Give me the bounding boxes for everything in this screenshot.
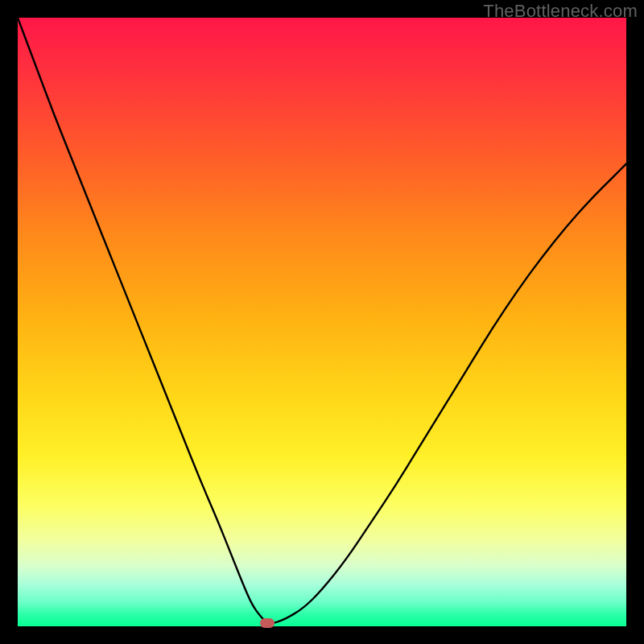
plot-area <box>18 18 626 626</box>
chart-container: TheBottleneck.com <box>0 0 644 644</box>
min-point-marker <box>260 618 275 628</box>
line-series <box>18 18 626 626</box>
